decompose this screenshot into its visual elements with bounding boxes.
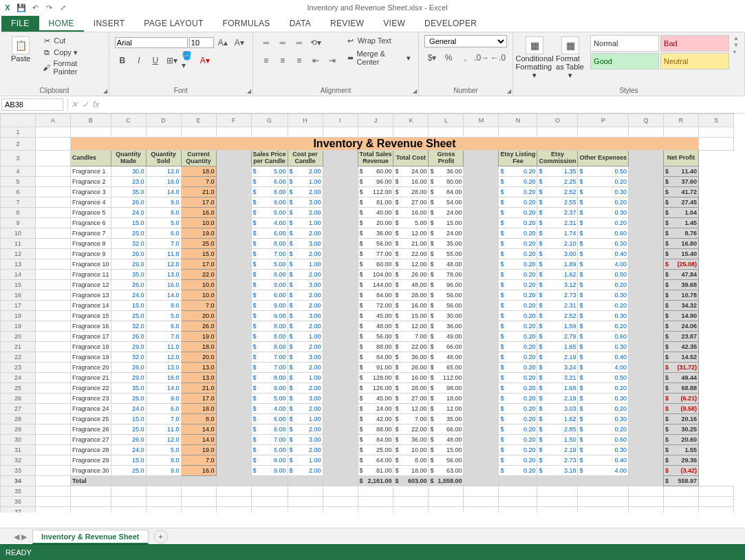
increase-indent-icon[interactable]: ⇥ (325, 53, 340, 68)
table-row[interactable]: 9Fragrance 615.05.010.0$4.00$1.00$20.00$… (1, 217, 734, 228)
row-header[interactable]: 23 (1, 362, 36, 372)
increase-font-icon[interactable]: A▴ (215, 35, 230, 50)
conditional-formatting-button[interactable]: ▦Conditional Formatting▾ (519, 35, 550, 81)
alignment-launcher-icon[interactable]: ◢ (413, 88, 417, 94)
align-top-icon[interactable]: ═ (259, 35, 274, 50)
col-header[interactable]: H (288, 114, 323, 127)
table-row[interactable]: 12Fragrance 926.011.015.0$7.00$2.00$77.0… (1, 248, 734, 259)
row-header[interactable]: 19 (1, 321, 36, 331)
row-header[interactable]: 25 (1, 383, 36, 393)
table-row[interactable]: 30Fragrance 2726.012.014.0$7.00$3.00$84.… (1, 434, 734, 444)
row-header[interactable]: 13 (1, 259, 36, 269)
table-row[interactable]: 28Fragrance 2515.07.08.0$6.00$1.00$42.00… (1, 413, 734, 424)
number-format-combo[interactable]: General (424, 35, 507, 47)
decrease-decimal-icon[interactable]: ←.0 (490, 50, 506, 65)
col-header[interactable]: I (323, 114, 358, 127)
copy-button[interactable]: ⧉Copy ▾ (40, 47, 103, 58)
row-header[interactable]: 22 (1, 352, 36, 362)
spreadsheet-grid[interactable]: ABCDEFGHIJKLMNOPQRS12Inventory & Revenue… (0, 114, 745, 513)
tab-file[interactable]: FILE (1, 16, 39, 32)
row-header[interactable]: 28 (1, 413, 36, 424)
table-row[interactable]: 22Fragrance 1932.012.020.0$7.00$3.00$84.… (1, 352, 734, 362)
table-row[interactable]: 7Fragrance 426.09.017.0$9.00$3.00$81.00$… (1, 197, 734, 207)
table-row[interactable]: 32Fragrance 2915.08.07.0$8.00$1.00$64.00… (1, 455, 734, 465)
decrease-indent-icon[interactable]: ⇤ (308, 53, 323, 68)
font-color-button[interactable]: A▾ (197, 53, 213, 68)
row-header[interactable]: 31 (1, 444, 36, 455)
row-header[interactable]: 10 (1, 228, 36, 238)
table-row[interactable]: 29Fragrance 2625.011.014.0$8.00$2.00$88.… (1, 424, 734, 434)
save-icon[interactable]: 💾 (17, 3, 26, 12)
row-header[interactable]: 35 (1, 486, 36, 496)
bold-button[interactable]: B (115, 53, 130, 68)
fx-icon[interactable]: fx (93, 100, 99, 109)
row-header[interactable]: 27 (1, 403, 36, 413)
align-left-icon[interactable]: ≡ (259, 53, 274, 68)
table-row[interactable]: 24Fragrance 2129.016.013.0$8.00$1.00$128… (1, 372, 734, 383)
merge-center-button[interactable]: ⬌Merge & Center ▾ (344, 49, 413, 67)
styles-down-icon[interactable]: ▼ (733, 42, 739, 48)
tab-view[interactable]: VIEW (374, 16, 415, 32)
table-row[interactable]: 10Fragrance 725.06.019.0$6.00$2.00$36.00… (1, 228, 734, 238)
name-box[interactable] (1, 98, 63, 111)
row-header[interactable]: 4 (1, 166, 36, 176)
row-header[interactable]: 34 (1, 475, 36, 486)
tab-developer[interactable]: DEVELOPER (415, 16, 486, 32)
formula-input[interactable] (103, 99, 745, 110)
row-header[interactable]: 26 (1, 393, 36, 403)
col-header[interactable]: D (146, 114, 181, 127)
table-row[interactable]: 16Fragrance 1324.014.010.0$6.00$2.00$84.… (1, 290, 734, 300)
row-header[interactable]: 17 (1, 300, 36, 310)
row-header[interactable]: 11 (1, 238, 36, 248)
row-header[interactable]: 37 (1, 506, 36, 513)
col-header[interactable]: M (464, 114, 499, 127)
redo-icon[interactable]: ↷ (44, 3, 54, 12)
paste-button[interactable]: 📋Paste (6, 35, 36, 64)
table-row[interactable]: 8Fragrance 524.08.016.0$5.00$2.00$40.00$… (1, 207, 734, 217)
row-header[interactable]: 7 (1, 197, 36, 207)
row-header[interactable]: 9 (1, 217, 36, 228)
align-middle-icon[interactable]: ═ (275, 35, 290, 50)
row-header[interactable]: 5 (1, 176, 36, 186)
tab-data[interactable]: DATA (280, 16, 321, 32)
style-neutral[interactable]: Neutral (660, 53, 729, 69)
wrap-text-button[interactable]: ↩Wrap Text (344, 35, 413, 46)
total-row[interactable]: 34Total$2,161.00$603.00$1,558.00$558.97 (1, 475, 734, 486)
table-row[interactable]: 17Fragrance 1415.08.07.0$9.00$2.00$72.00… (1, 300, 734, 310)
row-header[interactable]: 6 (1, 186, 36, 197)
col-header[interactable]: O (537, 114, 578, 127)
table-row[interactable]: 4Fragrance 130.012.018.0$5.00$2.00$60.00… (1, 166, 734, 176)
row-header[interactable]: 29 (1, 424, 36, 434)
italic-button[interactable]: I (131, 53, 147, 68)
styles-more-icon[interactable]: ▾ (733, 49, 739, 55)
table-row[interactable]: 26Fragrance 2326.09.017.0$5.00$3.00$45.0… (1, 393, 734, 403)
row-header[interactable]: 36 (1, 496, 36, 506)
tab-review[interactable]: REVIEW (321, 16, 374, 32)
enter-formula-icon[interactable]: ✓ (82, 100, 89, 109)
col-header[interactable]: A (36, 114, 71, 127)
col-header[interactable]: Q (629, 114, 664, 127)
col-header[interactable]: B (71, 114, 111, 127)
table-row[interactable]: 33Fragrance 3025.09.016.0$9.00$2.00$81.0… (1, 465, 734, 475)
cut-button[interactable]: ✂Cut (40, 35, 103, 46)
underline-button[interactable]: U (148, 53, 163, 68)
cancel-formula-icon[interactable]: ✕ (71, 100, 78, 109)
row-header[interactable]: 12 (1, 248, 36, 259)
table-row[interactable]: 20Fragrance 1726.07.019.0$8.00$1.00$56.0… (1, 331, 734, 341)
row-header[interactable]: 30 (1, 434, 36, 444)
tab-home[interactable]: HOME (39, 16, 84, 32)
borders-button[interactable]: ⊞▾ (164, 53, 180, 68)
increase-decimal-icon[interactable]: .0→ (474, 50, 489, 65)
number-launcher-icon[interactable]: ◢ (507, 88, 511, 94)
table-row[interactable]: 11Fragrance 832.07.025.0$8.00$3.00$56.00… (1, 238, 734, 248)
table-row[interactable]: 6Fragrance 335.014.021.0$8.00$2.00$112.0… (1, 186, 734, 197)
row-header[interactable]: 16 (1, 290, 36, 300)
col-header[interactable]: G (251, 114, 288, 127)
row-header[interactable]: 2 (1, 138, 36, 151)
style-bad[interactable]: Bad (660, 35, 729, 52)
col-header[interactable]: P (578, 114, 629, 127)
table-row[interactable]: 18Fragrance 1525.05.020.0$9.00$3.00$45.0… (1, 310, 734, 321)
row-header[interactable]: 24 (1, 372, 36, 383)
col-header[interactable]: R (664, 114, 699, 127)
table-row[interactable]: 14Fragrance 1135.013.022.0$8.00$2.00$104… (1, 269, 734, 279)
